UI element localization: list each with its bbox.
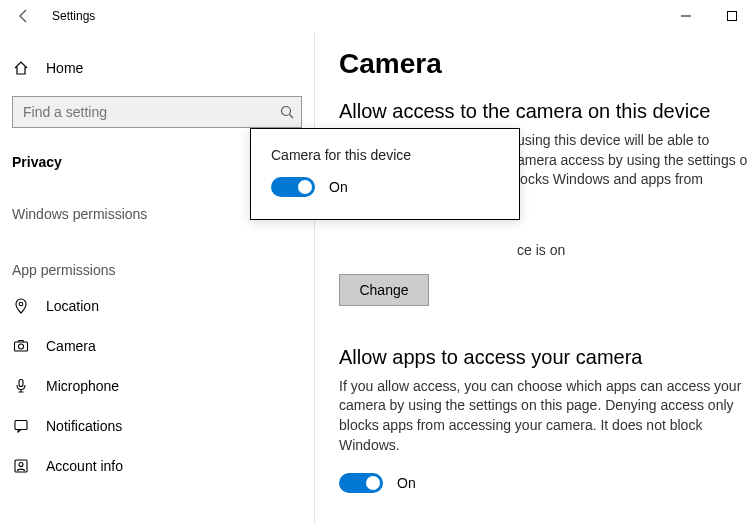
section-title: Allow apps to access your camera bbox=[339, 346, 755, 369]
window-title: Settings bbox=[52, 9, 95, 23]
svg-line-3 bbox=[290, 115, 294, 119]
sidebar-item-location[interactable]: Location bbox=[0, 286, 314, 326]
sidebar-group-app-permissions: App permissions bbox=[0, 252, 314, 286]
sidebar-item-label: Location bbox=[46, 298, 99, 314]
svg-rect-7 bbox=[19, 380, 23, 387]
minimize-button[interactable] bbox=[663, 0, 709, 32]
sidebar-item-account-info[interactable]: Account info bbox=[0, 446, 314, 486]
content-pane: Camera Allow access to the camera on thi… bbox=[315, 32, 755, 524]
toggle-label: On bbox=[329, 179, 348, 195]
device-camera-toggle-row: On bbox=[271, 177, 499, 197]
device-camera-toggle[interactable] bbox=[271, 177, 315, 197]
microphone-icon bbox=[12, 378, 30, 394]
app-access-toggle[interactable] bbox=[339, 473, 383, 493]
popup-title: Camera for this device bbox=[271, 147, 499, 163]
maximize-icon bbox=[727, 11, 737, 21]
search-icon bbox=[280, 105, 294, 119]
home-icon bbox=[12, 60, 30, 76]
page-title: Camera bbox=[339, 48, 755, 80]
window-controls bbox=[663, 0, 755, 32]
svg-rect-5 bbox=[15, 342, 28, 351]
svg-point-6 bbox=[19, 344, 24, 349]
svg-point-10 bbox=[19, 463, 23, 467]
sidebar-item-label: Notifications bbox=[46, 418, 122, 434]
location-icon bbox=[12, 298, 30, 314]
section-app-access: Allow apps to access your camera If you … bbox=[339, 346, 755, 493]
sidebar-item-microphone[interactable]: Microphone bbox=[0, 366, 314, 406]
sidebar: Home Privacy Windows permissions App per… bbox=[0, 32, 315, 524]
section-body-partial: using this device will be able to amera … bbox=[517, 131, 755, 190]
svg-rect-1 bbox=[728, 12, 737, 21]
back-button[interactable] bbox=[8, 0, 40, 32]
app-access-toggle-row: On bbox=[339, 473, 755, 493]
device-camera-popup: Camera for this device On bbox=[250, 128, 520, 220]
notifications-icon bbox=[12, 418, 30, 434]
titlebar: Settings bbox=[0, 0, 755, 32]
sidebar-item-home[interactable]: Home bbox=[0, 48, 314, 88]
minimize-icon bbox=[681, 11, 691, 21]
change-button[interactable]: Change bbox=[339, 274, 429, 306]
svg-rect-8 bbox=[15, 421, 27, 430]
section-body: If you allow access, you can choose whic… bbox=[339, 377, 755, 455]
sidebar-item-label: Account info bbox=[46, 458, 123, 474]
device-access-status: ce is on bbox=[517, 242, 755, 258]
toggle-label: On bbox=[397, 475, 416, 491]
section-title: Allow access to the camera on this devic… bbox=[339, 100, 755, 123]
sidebar-item-camera[interactable]: Camera bbox=[0, 326, 314, 366]
camera-icon bbox=[12, 338, 30, 354]
search-container bbox=[12, 96, 302, 128]
search-input[interactable] bbox=[12, 96, 302, 128]
svg-point-4 bbox=[19, 302, 23, 306]
svg-point-2 bbox=[282, 107, 291, 116]
back-arrow-icon bbox=[16, 8, 32, 24]
sidebar-item-label: Home bbox=[46, 60, 83, 76]
account-icon bbox=[12, 458, 30, 474]
sidebar-item-notifications[interactable]: Notifications bbox=[0, 406, 314, 446]
sidebar-item-label: Microphone bbox=[46, 378, 119, 394]
maximize-button[interactable] bbox=[709, 0, 755, 32]
sidebar-item-label: Camera bbox=[46, 338, 96, 354]
